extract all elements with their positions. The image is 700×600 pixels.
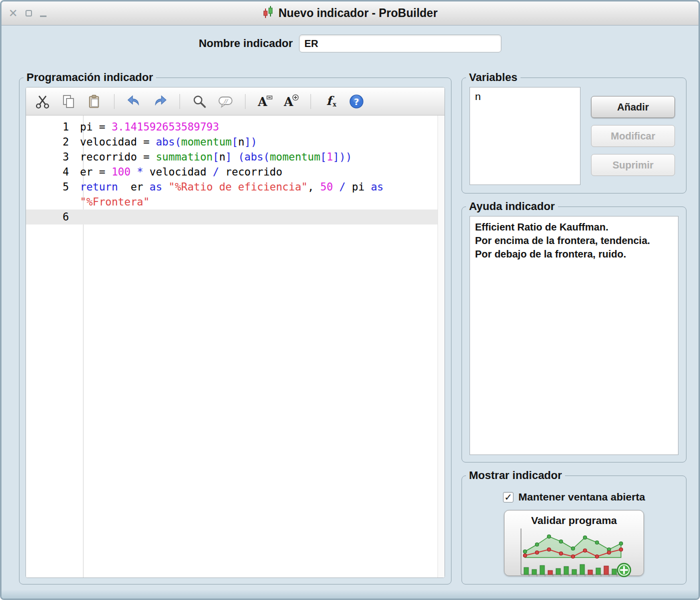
svg-text:x: x [332, 101, 336, 108]
code-line[interactable]: 3recorrido = summation[n] (abs(momentum[… [26, 150, 444, 164]
font-decrease-icon[interactable]: A [256, 92, 274, 112]
programming-group-title: Programación indicador [24, 71, 156, 84]
svg-text:A: A [258, 94, 268, 109]
indicator-name-input[interactable] [299, 34, 502, 52]
delete-variable-button: Suprimir [591, 154, 675, 176]
code-line[interactable]: 4er = 100 * velocidad / recorrido [26, 164, 444, 180]
code-text: pi = 3.141592653589793 [76, 120, 444, 134]
toolbar-separator [114, 94, 114, 109]
code-text: recorrido = summation[n] (abs(momentum[1… [76, 150, 444, 164]
code-area[interactable]: 1pi = 3.1415926535897932velocidad = abs(… [26, 116, 444, 578]
toolbar-separator [245, 94, 246, 109]
cut-icon[interactable] [33, 92, 52, 112]
comment-icon[interactable]: // [216, 92, 235, 112]
line-number: 2 [26, 134, 76, 150]
keep-window-open-checkbox[interactable]: ✓ [503, 492, 514, 502]
window-bottom-edge [2, 590, 698, 598]
code-text [76, 210, 444, 224]
code-line[interactable]: 5return er as "%Ratio de eficiencia", 50… [26, 180, 444, 194]
toolbar-separator [310, 94, 311, 109]
toolbar-separator [180, 94, 180, 109]
validate-program-label: Validar programa [504, 514, 644, 526]
font-increase-icon[interactable]: A [282, 92, 300, 112]
help-text-line: Efficient Ratio de Kauffman. [475, 220, 673, 234]
keep-window-open-row: ✓ Mantener ventana abierta [462, 491, 686, 503]
editor-toolbar: // A A [26, 88, 444, 116]
svg-text:?: ? [354, 96, 359, 107]
code-text: "%Frontera" [76, 194, 444, 210]
indicator-name-label: Nombre indicador [198, 37, 292, 50]
programming-group: Programación indicador [19, 78, 452, 584]
help-textarea[interactable]: Efficient Ratio de Kauffman.Por encima d… [470, 216, 678, 455]
help-text-line: Por encima de la frontera, tendencia. [475, 234, 673, 248]
function-icon[interactable]: f x [321, 92, 340, 112]
minimize-icon[interactable] [40, 16, 46, 17]
copy-icon[interactable] [59, 92, 78, 112]
code-lines: 1pi = 3.1415926535897932velocidad = abs(… [26, 120, 444, 224]
candlestick-icon [262, 6, 274, 22]
svg-text:A: A [284, 94, 294, 109]
code-text: er = 100 * velocidad / recorrido [76, 164, 444, 180]
code-text: return er as "%Ratio de eficiencia", 50 … [76, 180, 444, 194]
code-editor: // A A [26, 87, 445, 578]
line-number [26, 194, 76, 210]
editor-scrollbar[interactable] [438, 116, 444, 578]
add-plus-icon [618, 564, 631, 577]
title-bar: ✕ Nuevo indicador - ProBuilder [2, 2, 698, 26]
probuilder-window: ✕ Nuevo indicador - ProBuilder Nombre in… [0, 0, 700, 600]
code-line[interactable]: "%Frontera" [26, 194, 444, 210]
window-title: Nuevo indicador - ProBuilder [278, 6, 438, 20]
redo-icon[interactable] [150, 92, 170, 112]
add-variable-button[interactable]: Añadir [591, 96, 675, 118]
checkmark-icon: ✓ [504, 492, 512, 503]
close-icon[interactable]: ✕ [8, 8, 18, 19]
help-icon[interactable]: ? [347, 92, 366, 112]
maximize-icon[interactable] [26, 10, 32, 16]
line-number: 6 [26, 210, 76, 224]
validate-program-button[interactable]: Validar programa [504, 510, 644, 576]
undo-icon[interactable] [124, 92, 144, 112]
show-indicator-group: Mostrar indicador ✓ Mantener ventana abi… [462, 476, 686, 584]
show-indicator-group-title: Mostrar indicador [466, 469, 565, 482]
code-line[interactable]: 1pi = 3.141592653589793 [26, 120, 444, 134]
variables-group-title: Variables [466, 71, 520, 84]
line-number: 3 [26, 150, 76, 164]
line-number: 4 [26, 164, 76, 180]
variables-group: Variables n Añadir Modificar Suprimir [462, 78, 686, 194]
window-controls: ✕ [8, 2, 46, 25]
code-line[interactable]: 6 [26, 210, 444, 224]
line-number: 1 [26, 120, 76, 134]
help-group-title: Ayuda indicador [466, 200, 558, 213]
indicator-name-row: Nombre indicador [2, 34, 698, 52]
paste-icon[interactable] [85, 92, 104, 112]
help-text-line: Por debajo de la frontera, ruido. [475, 248, 673, 261]
search-icon[interactable] [190, 92, 209, 112]
chart-preview-icon [513, 572, 635, 580]
variables-buttons: Añadir Modificar Suprimir [591, 96, 675, 176]
variable-item[interactable]: n [470, 88, 580, 106]
modify-variable-button: Modificar [591, 125, 675, 147]
help-group: Ayuda indicador Efficient Ratio de Kauff… [462, 206, 686, 462]
code-line[interactable]: 2velocidad = abs(momentum[n]) [26, 134, 444, 150]
code-text: velocidad = abs(momentum[n]) [76, 134, 444, 150]
line-number: 5 [26, 180, 76, 194]
keep-window-open-label: Mantener ventana abierta [518, 491, 645, 503]
variables-list[interactable]: n [470, 87, 580, 185]
